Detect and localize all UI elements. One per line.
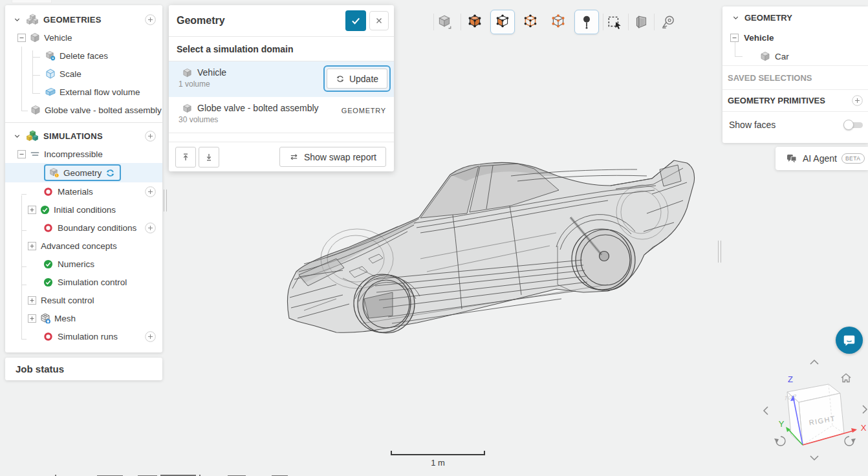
tree-item-mesh[interactable]: Mesh — [5, 309, 162, 327]
domain-row-vehicle[interactable]: Vehicle 1 volume Update — [169, 61, 394, 97]
geometry-label: Geometry — [63, 168, 102, 178]
expand-icon[interactable] — [28, 206, 36, 214]
domain-name: Globe valve - bolted assembly — [197, 103, 319, 113]
update-focus-ring: Update — [323, 65, 391, 92]
chevron-down-icon[interactable] — [732, 14, 740, 22]
tree-item-geometry-selected[interactable]: Geometry — [5, 163, 162, 182]
add-boundary-condition-button[interactable] — [145, 222, 156, 233]
upload-button[interactable] — [175, 147, 196, 168]
toolbar-hide-face[interactable] — [629, 10, 654, 34]
measure-icon — [660, 14, 677, 30]
show-faces-toggle[interactable] — [843, 120, 863, 130]
car-wireframe-model[interactable] — [285, 154, 702, 367]
geometries-header-label: GEOMETRIES — [43, 15, 102, 25]
job-status-label: Job status — [16, 363, 64, 374]
toolbar-select-face[interactable] — [490, 10, 515, 34]
add-simulation-run-button[interactable] — [145, 331, 156, 342]
tree-item-globe-valve[interactable]: Globe valve - bolted assembly — [5, 101, 162, 119]
mesh-icon — [40, 313, 50, 323]
rp-tree-item-car[interactable]: Car — [722, 47, 868, 65]
add-primitive-button[interactable] — [852, 95, 863, 106]
tree-item-materials[interactable]: Materials — [5, 182, 162, 200]
upload-icon — [180, 152, 191, 162]
roll-ccw-button[interactable] — [774, 437, 785, 446]
cad-model-icon — [760, 51, 770, 61]
result-control-label: Result control — [41, 296, 94, 305]
geometry-panel: GEOMETRY Vehicle Car SAVED SELECTIONS GE… — [722, 6, 868, 143]
tree-item-initial-conditions[interactable]: Initial conditions — [5, 200, 162, 219]
roll-cw-button[interactable] — [845, 437, 856, 446]
toolbar-select-vertex[interactable] — [546, 10, 570, 34]
support-chat-button[interactable] — [836, 327, 863, 354]
rp-vehicle-label: Vehicle — [744, 33, 774, 43]
collapse-icon[interactable] — [17, 150, 26, 158]
tree-item-delete-faces[interactable]: Delete faces — [5, 47, 162, 65]
toolbar-probe-point[interactable] — [574, 10, 599, 34]
incompressible-icon — [30, 149, 40, 159]
rotate-right-button[interactable] — [863, 406, 867, 413]
geometry-panel-header[interactable]: GEOMETRY — [722, 6, 868, 28]
update-button[interactable]: Update — [327, 69, 387, 89]
left-panel-resize-handle[interactable] — [164, 189, 167, 211]
simulations-icon — [27, 130, 38, 142]
chat-bubble-icon — [842, 333, 856, 347]
refresh-icon[interactable] — [105, 168, 115, 178]
view-orientation-widget[interactable]: RIGHT TOP Z Y X — [760, 354, 868, 464]
axis-z-label: Z — [788, 374, 793, 384]
rotate-left-button[interactable] — [764, 407, 768, 415]
numerics-label: Numerics — [58, 259, 94, 269]
materials-label: Materials — [58, 187, 93, 197]
job-status-panel[interactable]: Job status — [5, 358, 162, 380]
add-material-button[interactable] — [145, 186, 156, 197]
show-faces-label: Show faces — [729, 120, 776, 130]
select-edge-icon — [522, 14, 539, 30]
expand-icon[interactable] — [28, 242, 36, 250]
delete-faces-icon — [45, 50, 56, 61]
collapse-icon[interactable] — [17, 34, 26, 42]
check-icon — [350, 15, 362, 27]
toolbar-measure[interactable] — [656, 10, 681, 34]
toolbar-box-select[interactable] — [602, 10, 627, 34]
saved-selections-section[interactable]: SAVED SELECTIONS — [722, 66, 868, 89]
domain-row-globe-valve[interactable]: Globe valve - bolted assembly 30 volumes… — [169, 97, 394, 133]
close-button[interactable] — [369, 11, 389, 30]
tree-item-numerics[interactable]: Numerics — [5, 255, 162, 273]
geometry-primitives-section[interactable]: GEOMETRY PRIMITIVES — [722, 90, 868, 111]
download-button[interactable] — [199, 147, 219, 168]
simulation-control-label: Simulation control — [58, 277, 127, 287]
rp-tree-item-vehicle[interactable]: Vehicle — [722, 28, 868, 47]
rotate-down-button[interactable] — [810, 456, 818, 460]
add-geometry-button[interactable] — [145, 14, 156, 25]
tree-item-vehicle[interactable]: Vehicle — [5, 28, 162, 47]
expand-icon[interactable] — [28, 296, 36, 305]
right-panel-resize-handle[interactable] — [718, 241, 721, 263]
toolbar-select-volume[interactable] — [462, 10, 487, 34]
tree-item-boundary-conditions[interactable]: Boundary conditions — [5, 219, 162, 237]
external-flow-volume-label: External flow volume — [60, 87, 140, 97]
tree-item-advanced-concepts[interactable]: Advanced concepts — [5, 237, 162, 255]
chevron-down-icon[interactable] — [13, 132, 21, 140]
cad-model-icon — [30, 32, 40, 43]
scale-label: 1 m — [391, 458, 485, 468]
confirm-button[interactable] — [345, 10, 366, 31]
tree-item-result-control[interactable]: Result control — [5, 291, 162, 309]
tree-section-geometries[interactable]: GEOMETRIES — [5, 10, 162, 28]
ai-agent-button[interactable]: AI Agent BETA — [776, 147, 868, 170]
home-view-button[interactable] — [841, 374, 851, 382]
chevron-down-icon[interactable] — [13, 16, 21, 24]
tree-item-simulation-runs[interactable]: Simulation runs — [5, 327, 162, 345]
tree-item-incompressible[interactable]: Incompressible — [5, 145, 162, 163]
tree-item-external-flow-volume[interactable]: External flow volume — [5, 83, 162, 101]
rotate-up-button[interactable] — [810, 360, 818, 364]
collapse-icon[interactable] — [730, 34, 739, 42]
add-simulation-button[interactable] — [145, 131, 156, 142]
tree-item-scale[interactable]: Scale — [5, 65, 162, 83]
toolbar-view-cube-menu[interactable] — [432, 10, 457, 34]
scale-label: Scale — [60, 69, 81, 79]
toolbar-select-edge[interactable] — [518, 10, 543, 34]
globe-valve-label: Globe valve - bolted assembly — [45, 105, 162, 115]
sidebar-divider — [5, 122, 162, 123]
expand-icon[interactable] — [28, 314, 36, 323]
tree-item-simulation-control[interactable]: Simulation control — [5, 273, 162, 291]
tree-section-simulations[interactable]: SIMULATIONS — [5, 127, 162, 145]
